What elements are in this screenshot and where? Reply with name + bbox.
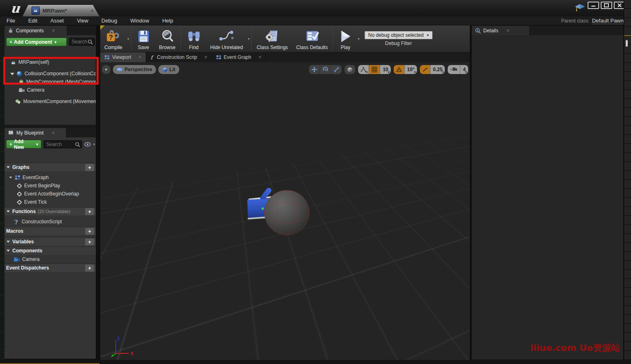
debug-object-select[interactable]: No debug object selected ▾ [365,31,433,39]
rotation-snap-toggle-button[interactable] [394,65,404,74]
tree-row-event-beginplay[interactable]: Event BeginPlay [5,182,96,190]
my-blueprint-tab-close-icon[interactable]: × [52,130,55,136]
perspective-icon [117,67,123,72]
camera-speed-button[interactable] [448,65,460,74]
minimize-button[interactable] [588,2,599,9]
components-section-header[interactable]: Components [5,246,96,255]
maximize-button[interactable] [601,2,612,9]
tree-row-camera-variable[interactable]: Camera [5,255,96,263]
collapse-arrow-icon[interactable] [9,177,12,178]
visibility-eye-icon[interactable] [84,142,91,147]
class-settings-button[interactable]: Class Settings [252,25,292,52]
pawn-asset-icon [32,7,40,15]
menu-bar: File Edit Asset View Debug Window Help P… [0,16,631,25]
graphs-section-header[interactable]: Graphs + [5,163,96,171]
find-button[interactable]: Find [182,25,206,52]
my-blueprint-search [43,140,82,148]
tab-construction-script[interactable]: f Construction Scrip × [146,52,212,62]
add-variable-button[interactable]: + [85,238,94,245]
menu-view[interactable]: View [70,18,95,24]
world-local-toggle-button[interactable] [345,65,355,74]
parent-class-value[interactable]: Default Pawn [592,18,624,24]
my-blueprint-tab[interactable]: My Blueprint × [5,128,66,137]
play-options-caret-icon[interactable]: ▾ [358,37,360,41]
tree-row-movement-component[interactable]: MovementComponent (Movement [5,97,96,106]
surface-snap-button[interactable]: ▾ [358,65,369,74]
add-event-dispatcher-button[interactable]: + [85,265,94,272]
functions-section-header[interactable]: Functions (20 Overridable) + [5,207,96,216]
viewport-canvas[interactable]: ▾ Perspective Lit [100,62,470,360]
tab-close-icon[interactable]: × [138,54,141,60]
grid-snap-value-button[interactable]: 10 ▾ [380,65,390,74]
add-graph-button[interactable]: + [85,164,94,171]
svg-text:f: f [151,55,154,60]
tab-viewport[interactable]: Viewport × [100,52,146,62]
save-button[interactable]: Save [132,25,155,52]
play-button[interactable]: Play [334,25,357,52]
add-function-button[interactable]: + [85,208,94,215]
menu-window[interactable]: Window [124,18,155,24]
hide-unrelated-icon [218,29,236,44]
background-window-edge-bottom [0,360,631,364]
scale-snap-toggle-button[interactable] [420,65,430,74]
tab-close-icon[interactable]: × [205,54,207,60]
scrollbar-thumb[interactable] [626,40,628,47]
tab-close-icon[interactable]: × [259,54,261,60]
add-macro-button[interactable]: + [85,228,94,235]
grid-snap-toggle-button[interactable] [369,65,380,74]
tree-row-eventgraph[interactable]: EventGraph [5,173,96,182]
rotation-snap-value-button[interactable]: 10° ▾ [404,65,417,74]
scale-snap-value-button[interactable]: 0.25 ▾ [430,65,445,74]
menu-debug[interactable]: Debug [95,18,124,24]
add-component-button[interactable]: + Add Component ▾ [6,38,67,46]
components-icon [8,28,14,34]
collapse-arrow-icon[interactable] [7,250,10,252]
browse-button[interactable]: Browse [155,25,180,52]
collapse-arrow-icon[interactable] [7,211,10,213]
tree-row-event-actorbeginoverlap[interactable]: Event ActorBeginOverlap [5,190,96,198]
camera-speed-value-button[interactable]: 4 ▾ [460,65,468,74]
components-tab[interactable]: Components × [5,26,67,35]
axis-x-label: X [131,351,134,356]
viewport-options-button[interactable]: ▾ [102,65,110,74]
camera-speed-icon [450,67,457,72]
collapse-arrow-icon[interactable] [7,166,10,169]
details-tab[interactable]: i Details × [472,26,529,35]
compile-options-caret-icon[interactable]: ▾ [127,37,129,41]
scale-tool-button[interactable] [331,65,342,74]
visibility-caret-icon[interactable]: ▾ [93,142,95,146]
components-tab-close-icon[interactable]: × [52,28,55,34]
tutorial-cap-icon[interactable] [575,3,585,12]
tab-event-graph[interactable]: Event Graph × [212,52,266,62]
rotate-tool-button[interactable] [320,65,331,74]
macros-section-header[interactable]: Macros + [5,227,96,235]
my-blueprint-panel: My Blueprint × + Add New ▾ ▾ Graphs [4,128,96,359]
document-tab-close-icon[interactable]: × [90,8,94,14]
tree-row-event-tick[interactable]: Event Tick [5,198,96,206]
add-new-button[interactable]: + Add New ▾ [6,140,41,148]
my-blueprint-tab-header: My Blueprint × [5,128,96,137]
lit-mode-button[interactable]: Lit [158,65,179,74]
event-node-icon [17,200,22,205]
tree-row-camera[interactable]: Camera [5,86,96,94]
menu-file[interactable]: File [0,18,22,24]
details-tab-close-icon[interactable]: × [507,28,509,34]
menu-edit[interactable]: Edit [22,18,44,24]
collapse-arrow-icon[interactable] [7,241,10,243]
menu-asset[interactable]: Asset [44,18,70,24]
document-tab-mrpawn[interactable]: MRPawn* × [23,5,99,16]
collision-sphere-mesh[interactable] [264,190,309,235]
tree-row-constructionscript[interactable]: f ConstructionScript [5,218,96,226]
variables-section-header[interactable]: Variables + [5,237,96,246]
details-panel: i Details × [471,25,624,360]
menu-help[interactable]: Help [155,18,180,24]
hide-unrelated-caret-icon[interactable]: ▾ [248,37,250,41]
hide-unrelated-button[interactable]: Hide Unrelated [206,25,247,52]
perspective-button[interactable]: Perspective [113,65,156,74]
class-defaults-button[interactable]: Class Defaults [292,25,332,52]
blueprint-toolbar: ? Compile ▾ Save Browse F [100,25,470,52]
scale-snap-group: 0.25 ▾ [420,65,445,74]
move-tool-button[interactable] [309,65,320,74]
event-dispatchers-section-header[interactable]: Event Dispatchers + [5,263,96,272]
rotation-snap-value: 10° [407,67,415,72]
